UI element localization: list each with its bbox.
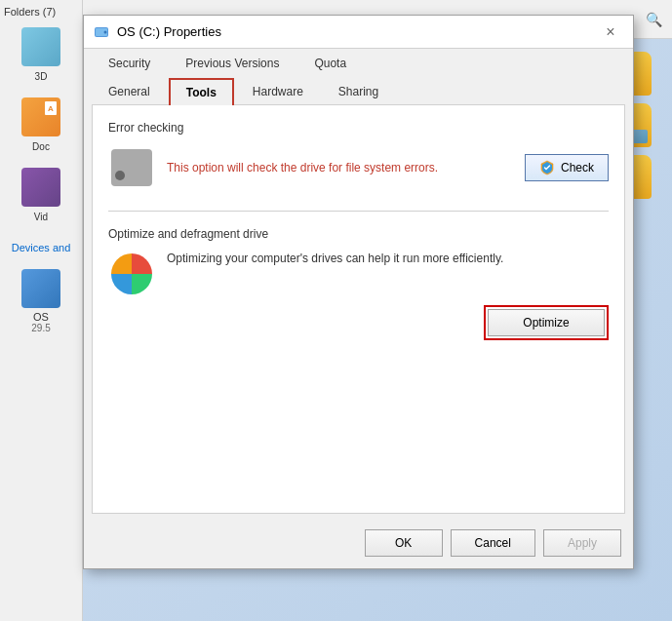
- tab-quota[interactable]: Quota: [297, 50, 363, 76]
- sidebar-item-os[interactable]: OS 29.5: [0, 261, 82, 341]
- tab-general[interactable]: General: [92, 78, 167, 105]
- hdd-icon-container: [108, 144, 155, 191]
- check-shield-icon: [539, 160, 555, 175]
- optimizer-icon: [111, 253, 152, 294]
- sidebar-item-3d[interactable]: 3D: [0, 19, 82, 90]
- sidebar-item-3d-label: 3D: [35, 71, 48, 82]
- optimize-text: Optimizing your computer's drives can he…: [167, 251, 609, 267]
- error-checking-title: Error checking: [108, 121, 609, 135]
- os-size-label: 29.5: [31, 323, 50, 333]
- search-icon[interactable]: 🔍: [643, 9, 664, 30]
- 3d-objects-icon: [21, 27, 60, 66]
- tab-tools[interactable]: Tools: [169, 78, 234, 105]
- sidebar-item-vid[interactable]: Vid: [0, 160, 82, 230]
- tab-previous-versions[interactable]: Previous Versions: [169, 50, 296, 76]
- optimize-highlight: Optimize: [484, 305, 609, 340]
- tab-security[interactable]: Security: [92, 50, 167, 76]
- svg-point-2: [104, 30, 107, 33]
- title-bar: OS (C:) Properties ×: [84, 16, 633, 49]
- sidebar-item-vid-label: Vid: [34, 212, 48, 222]
- dialog-title: OS (C:) Properties: [117, 24, 221, 39]
- sidebar-item-doc[interactable]: A Doc: [0, 90, 82, 160]
- optimize-button[interactable]: Optimize: [488, 309, 605, 336]
- dialog-footer: OK Cancel Apply: [84, 522, 633, 568]
- error-checking-desc: This option will check the drive for fil…: [167, 160, 513, 176]
- ok-button[interactable]: OK: [365, 529, 443, 557]
- optimize-title: Optimize and defragment drive: [108, 227, 609, 241]
- error-checking-action: Check: [525, 154, 609, 181]
- error-checking-description: This option will check the drive for fil…: [167, 161, 438, 175]
- apply-button[interactable]: Apply: [543, 529, 621, 557]
- error-checking-section: Error checking This option will check th…: [108, 121, 609, 191]
- check-button-label: Check: [561, 161, 594, 175]
- tab-sharing[interactable]: Sharing: [322, 78, 395, 105]
- optimize-section: Optimize and defragment drive Optimizing…: [108, 227, 609, 340]
- os-label: OS: [33, 311, 49, 323]
- dialog-content: Error checking This option will check th…: [92, 104, 625, 514]
- dialog-title-icon: [94, 24, 109, 40]
- os-icon: [21, 269, 60, 308]
- optimize-button-area: Optimize: [108, 305, 609, 340]
- hdd-icon: [111, 149, 152, 186]
- optimizer-icon-container: [108, 251, 155, 297]
- properties-dialog: OS (C:) Properties × Security Previous V…: [83, 15, 634, 569]
- sidebar-item-devices[interactable]: Devices and: [0, 230, 82, 261]
- tab-hardware[interactable]: Hardware: [236, 78, 320, 105]
- devices-label: Devices and: [12, 242, 71, 253]
- videos-icon: [21, 168, 60, 207]
- documents-icon: A: [21, 97, 60, 136]
- check-button[interactable]: Check: [525, 154, 609, 181]
- close-button[interactable]: ×: [598, 19, 623, 45]
- cancel-button[interactable]: Cancel: [451, 529, 535, 557]
- optimize-description: Optimizing your computer's drives can he…: [167, 252, 503, 265]
- folders-label: Folders (7): [0, 0, 82, 19]
- section-divider: [108, 211, 609, 212]
- sidebar-item-doc-label: Doc: [32, 141, 50, 152]
- tab-bar: Security Previous Versions Quota General…: [84, 49, 633, 104]
